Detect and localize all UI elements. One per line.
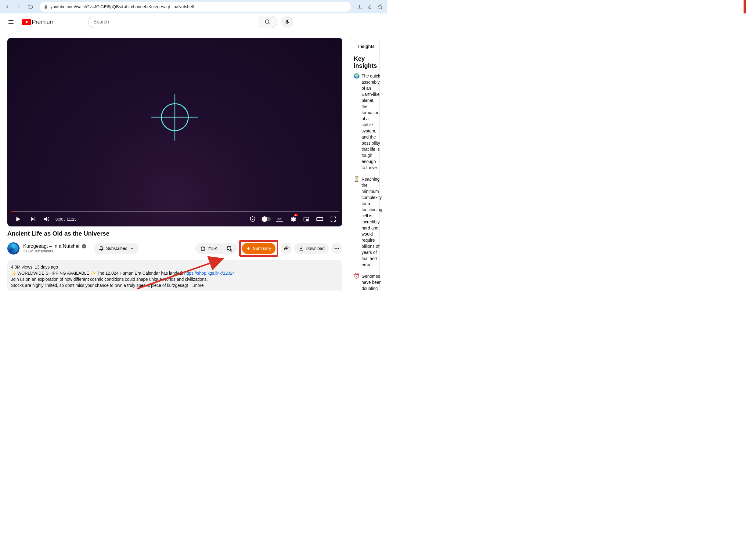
insight-text: The quick assembly of an Earth-like plan… bbox=[362, 73, 380, 171]
hamburger-menu-button[interactable] bbox=[5, 16, 17, 28]
captions-button[interactable]: CC bbox=[274, 214, 285, 225]
bolt-icon bbox=[246, 246, 251, 251]
share-browser-icon[interactable] bbox=[366, 2, 374, 11]
video-meta-row: Kurzgesagt – In a Nutshell ✓ 21.3M subsc… bbox=[7, 240, 342, 257]
chevron-down-icon bbox=[130, 246, 134, 251]
thumb-down-icon bbox=[226, 245, 232, 251]
subscribe-button[interactable]: Subscribed bbox=[94, 243, 139, 254]
insights-panel: Insights Key insights 🌍 The quick assemb… bbox=[350, 38, 379, 290]
search-button[interactable] bbox=[258, 16, 277, 28]
voice-search-button[interactable] bbox=[281, 16, 293, 28]
autoplay-toggle[interactable] bbox=[261, 214, 271, 225]
insights-tab[interactable]: Insights bbox=[354, 42, 379, 51]
insight-text: Reaching the minimum complexity for a fu… bbox=[362, 176, 382, 268]
channel-avatar[interactable] bbox=[7, 242, 20, 254]
summary-button[interactable]: Summary bbox=[242, 243, 276, 254]
subscribe-label: Subscribed bbox=[106, 246, 127, 251]
shield-icon[interactable] bbox=[247, 214, 258, 225]
description-box[interactable]: 4.3M views 13 days ago ✨ WORLDWIDE SHIPP… bbox=[7, 260, 342, 290]
like-count: 215K bbox=[207, 246, 218, 251]
download-button[interactable]: Download bbox=[294, 243, 329, 254]
like-dislike-segment: 215K bbox=[195, 243, 237, 254]
miniplayer-button[interactable] bbox=[301, 214, 312, 225]
globe-icon: 🌍 bbox=[354, 73, 359, 171]
clock-icon: ⏰ bbox=[354, 273, 359, 290]
volume-button[interactable] bbox=[41, 214, 52, 225]
insight-text: Genomes have been doubling every 350 mil… bbox=[362, 273, 383, 290]
browser-forward-button[interactable] bbox=[14, 2, 24, 11]
bell-icon bbox=[98, 245, 104, 251]
primary-column: 0:00 / 11:25 CC 4K bbox=[7, 38, 342, 290]
player-controls: 0:00 / 11:25 CC 4K bbox=[7, 212, 342, 226]
download-icon bbox=[298, 246, 304, 251]
svg-rect-3 bbox=[306, 219, 308, 221]
download-label: Download bbox=[306, 246, 325, 251]
browser-toolbar: youtube.com/watch?v=JOiGEI9pQBs&ab_chann… bbox=[0, 0, 387, 13]
lock-icon bbox=[44, 5, 48, 9]
more-actions-button[interactable] bbox=[332, 243, 342, 254]
youtube-premium-logo[interactable]: Premium bbox=[22, 19, 54, 26]
verified-badge-icon: ✓ bbox=[82, 244, 86, 248]
youtube-masthead: Premium bbox=[0, 13, 387, 30]
svg-point-7 bbox=[338, 248, 339, 249]
browser-reload-button[interactable] bbox=[26, 2, 35, 11]
share-icon bbox=[283, 245, 289, 251]
logo-text: Premium bbox=[32, 19, 54, 26]
download-icon[interactable] bbox=[355, 2, 364, 11]
svg-point-5 bbox=[335, 248, 336, 249]
summary-highlight-box: Summary bbox=[239, 240, 278, 257]
video-title: Ancient Life as Old as the Universe bbox=[7, 230, 342, 237]
thumb-up-icon bbox=[200, 245, 206, 251]
dislike-button[interactable] bbox=[222, 243, 237, 254]
next-button[interactable] bbox=[27, 214, 38, 225]
bookmark-star-icon[interactable] bbox=[376, 2, 384, 11]
search-box bbox=[88, 16, 277, 28]
url-text: youtube.com/watch?v=JOiGEI9pQBs&ab_chann… bbox=[50, 4, 194, 9]
like-button[interactable]: 215K bbox=[195, 243, 222, 254]
description-meta: 4.3M views 13 days ago bbox=[11, 264, 339, 270]
description-link[interactable]: https://shop.kgs.link/12024 bbox=[184, 271, 235, 276]
subscriber-count: 21.3M subscribers bbox=[23, 249, 86, 253]
svg-point-6 bbox=[336, 248, 337, 249]
player-thumbnail-graphic bbox=[150, 93, 199, 142]
settings-button[interactable]: 4K bbox=[287, 214, 298, 225]
fullscreen-button[interactable] bbox=[328, 214, 339, 225]
ellipsis-icon bbox=[334, 245, 340, 251]
browser-back-button[interactable] bbox=[2, 2, 12, 11]
theater-mode-button[interactable] bbox=[314, 214, 325, 225]
insight-item: ⏰ Genomes have been doubling every 350 m… bbox=[354, 273, 376, 290]
insight-item: 🌍 The quick assembly of an Earth-like pl… bbox=[354, 73, 376, 171]
secondary-column: Insights Key insights 🌍 The quick assemb… bbox=[350, 38, 379, 290]
video-player[interactable]: 0:00 / 11:25 CC 4K bbox=[7, 38, 342, 226]
svg-rect-4 bbox=[317, 218, 323, 221]
time-display: 0:00 / 11:25 bbox=[56, 217, 77, 222]
hourglass-icon: ⏳ bbox=[354, 176, 359, 268]
channel-name[interactable]: Kurzgesagt – In a Nutshell bbox=[23, 244, 81, 249]
play-button[interactable] bbox=[11, 214, 25, 225]
svg-point-0 bbox=[265, 20, 269, 24]
show-more-button[interactable]: ...more bbox=[191, 283, 204, 288]
insights-title: Key insights bbox=[354, 55, 376, 69]
quality-badge: 4K bbox=[294, 214, 298, 216]
browser-address-bar[interactable]: youtube.com/watch?v=JOiGEI9pQBs&ab_chann… bbox=[40, 2, 351, 11]
description-body: ✨ WORLDWIDE SHIPPING AVAILABLE ✨ The 12,… bbox=[11, 270, 339, 288]
youtube-play-icon bbox=[22, 19, 31, 25]
insight-item: ⏳ Reaching the minimum complexity for a … bbox=[354, 176, 376, 268]
summary-label: Summary bbox=[253, 246, 271, 251]
share-button[interactable] bbox=[281, 243, 292, 254]
search-input[interactable] bbox=[88, 16, 258, 28]
